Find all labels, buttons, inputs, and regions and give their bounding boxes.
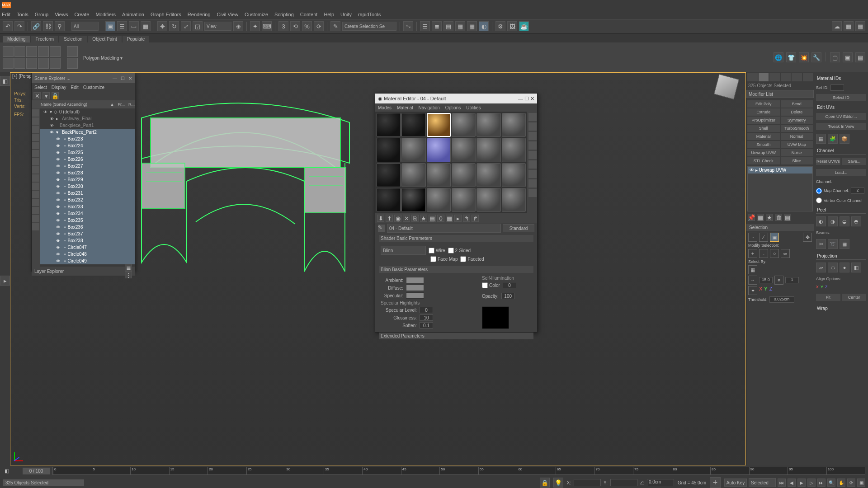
ribbon-btn-f[interactable] — [67, 58, 78, 69]
edituvs-header[interactable]: Edit UVs — [816, 103, 866, 111]
ribbon-btn-e[interactable] — [50, 58, 61, 69]
render-button[interactable]: ☕ — [519, 21, 529, 31]
soften-spinner[interactable]: 0.1 — [420, 322, 433, 328]
quick-modifier-button[interactable]: ProOptimizer — [747, 117, 780, 124]
material-slot[interactable] — [401, 163, 425, 187]
quick-modifier-button[interactable]: Edit Poly — [747, 100, 780, 108]
layers-button[interactable]: ≣ — [432, 21, 442, 31]
placement-button[interactable]: ◲ — [193, 21, 203, 31]
scene-explorer-toggle[interactable]: ◧ — [0, 76, 10, 86]
modifier-stack[interactable]: 👁 ▸ Unwrap UVW — [747, 166, 813, 211]
align-button[interactable]: ☰ — [420, 21, 430, 31]
sample-uv-button[interactable] — [528, 141, 537, 150]
tree-row[interactable]: 👁▾BackPiece_Part2 — [40, 129, 135, 136]
quick-modifier-button[interactable]: Slice — [781, 157, 813, 164]
tree-row[interactable]: 👁▫Box235 — [40, 217, 135, 224]
loop-button[interactable]: ∞ — [781, 249, 790, 258]
reset-uvws-button[interactable]: Reset UVWs — [816, 158, 840, 165]
tree-row[interactable]: 👁▫Box238 — [40, 237, 135, 244]
projection-header[interactable]: Projection — [816, 252, 866, 260]
peel-button1[interactable]: ◐ — [816, 216, 826, 226]
undo-button[interactable]: ↶ — [3, 21, 13, 31]
reset-button[interactable]: ✕ — [403, 215, 410, 222]
channel-header[interactable]: Channel — [816, 146, 866, 155]
scale-button[interactable]: ⤢ — [181, 21, 191, 31]
minimize-icon[interactable]: — — [518, 96, 523, 101]
se-side-btn[interactable] — [32, 174, 39, 182]
se-search-clear[interactable]: ✕ — [33, 92, 41, 99]
next-frame-button[interactable]: ▷ — [807, 479, 816, 487]
selectid-button[interactable]: Select ID — [816, 94, 866, 101]
shrink-button[interactable]: - — [759, 249, 768, 258]
grow-button[interactable]: + — [748, 249, 757, 258]
color-checkbox[interactable]: Color — [482, 282, 500, 288]
menu-scripting[interactable]: Scripting — [274, 12, 294, 17]
create-tab[interactable] — [747, 73, 758, 81]
layer-explorer-label[interactable]: Layer Explorer — [34, 269, 64, 274]
rotate-button[interactable]: ↻ — [169, 21, 179, 31]
tree-row[interactable]: 👁▫Box224 — [40, 142, 135, 149]
material-slot[interactable] — [476, 113, 500, 137]
mat-menu-utilities[interactable]: Utilities — [466, 105, 481, 110]
material-slot[interactable] — [476, 188, 500, 212]
scene-explorer-tree[interactable]: 👁▾◇0 (default)👁▸Archway_Final👁Backpiece_… — [40, 108, 135, 267]
isolate-button[interactable]: 💡 — [553, 478, 563, 488]
menu-customize[interactable]: Customize — [245, 12, 268, 17]
show-map-button[interactable]: ▦ — [446, 215, 453, 222]
faceted-checkbox[interactable]: Faceted — [460, 256, 484, 262]
quickmap-button[interactable]: ▦ — [816, 134, 826, 144]
autokey-button[interactable]: Auto Key — [724, 479, 747, 487]
sub-vertex-button[interactable]: ▫ — [748, 233, 757, 242]
menu-grapheditors[interactable]: Graph Editors — [151, 12, 181, 17]
peel-header[interactable]: Peel — [816, 206, 866, 214]
material-slot[interactable] — [452, 163, 476, 187]
time-slider[interactable]: ◧ 0 / 100 051015202530354045505560657075… — [0, 465, 868, 476]
tree-row[interactable]: 👁▫Box236 — [40, 224, 135, 230]
unlink-button[interactable]: ⛓ — [43, 21, 53, 31]
tree-row[interactable]: 👁▫Box231 — [40, 190, 135, 197]
count-input[interactable]: 1 — [785, 277, 799, 283]
material-slot[interactable] — [502, 113, 526, 137]
render-online-button[interactable]: ☁ — [832, 21, 842, 31]
material-slot[interactable] — [502, 188, 526, 212]
tree-row[interactable]: 👁▫Circle047 — [40, 244, 135, 251]
dist-input[interactable]: 15.0 — [759, 277, 773, 283]
y-input[interactable] — [610, 479, 637, 486]
peel-button4[interactable]: ◓ — [851, 216, 861, 226]
col-frozen[interactable]: Fr... — [118, 102, 125, 107]
se-side-btn[interactable] — [32, 199, 39, 206]
angle-snap-button[interactable]: ⟲ — [290, 21, 300, 31]
se-lock-button[interactable]: 🔒 — [52, 92, 59, 99]
tree-row[interactable]: 👁▫Box230 — [40, 183, 135, 190]
select-by-material-button[interactable] — [528, 179, 537, 188]
vertex-color-radio[interactable] — [816, 197, 822, 203]
scene-explorer-window[interactable]: Scene Explorer ... —☐✕ Select Display Ed… — [31, 73, 135, 272]
tree-row[interactable]: 👁Backpiece_Part1 — [40, 122, 135, 129]
render-setup-button[interactable]: ⚙ — [495, 21, 505, 31]
se-menu-edit[interactable]: Edit — [71, 85, 79, 90]
display-tab[interactable] — [792, 73, 802, 81]
facemap-checkbox[interactable]: Face Map — [430, 256, 458, 262]
tree-row[interactable]: 👁▸Archway_Final — [40, 115, 135, 122]
material-slot[interactable] — [401, 138, 425, 162]
mat-menu-options[interactable]: Options — [445, 105, 461, 110]
make-copy-button[interactable]: ⎘ — [411, 215, 419, 222]
tree-row[interactable]: 👁▫Box223 — [40, 136, 135, 142]
ribbon-edge-button[interactable] — [14, 46, 25, 57]
tree-row[interactable]: 👁▫Box232 — [40, 197, 135, 203]
shader-dropdown[interactable]: Blinn — [381, 246, 426, 255]
mat-menu-modes[interactable]: Modes — [378, 105, 392, 110]
tool-icon[interactable]: 🔧 — [811, 52, 821, 62]
snap-toggle-button[interactable]: 3 — [278, 21, 288, 31]
tree-row[interactable]: 👁▫Box229 — [40, 176, 135, 183]
se-footer-btn2[interactable]: ⋮ — [125, 271, 132, 278]
select-region-button[interactable]: ▭ — [129, 21, 139, 31]
gloss-spinner[interactable]: 10 — [420, 314, 433, 321]
material-slot[interactable] — [427, 188, 451, 212]
menu-animation[interactable]: Animation — [122, 12, 144, 17]
quickpack-button[interactable]: 📦 — [840, 134, 849, 144]
material-slot-active[interactable] — [427, 113, 451, 137]
se-menu-select[interactable]: Select — [34, 85, 47, 90]
quick-modifier-button[interactable]: Smooth — [747, 141, 780, 148]
maximize-icon[interactable]: ☐ — [121, 76, 125, 81]
